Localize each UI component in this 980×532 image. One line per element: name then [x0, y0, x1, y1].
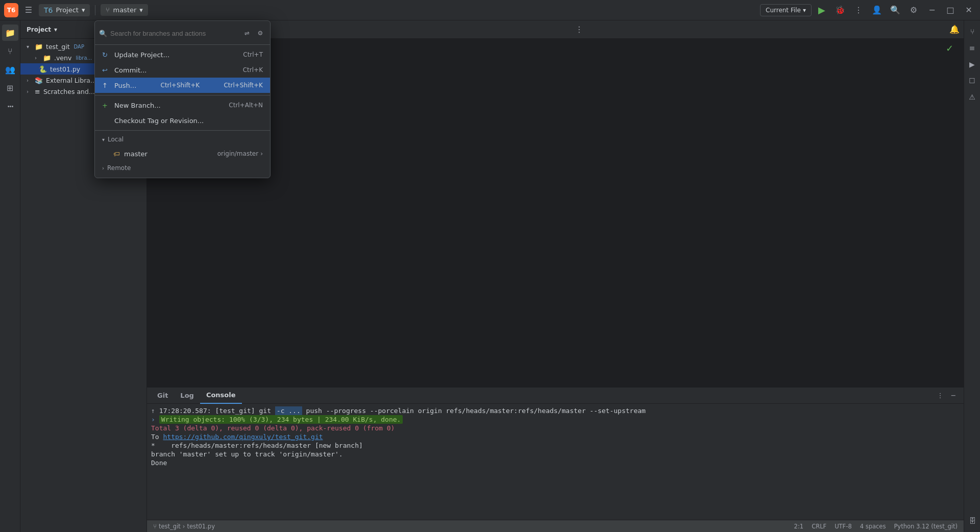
commit-label: Commit...: [114, 66, 146, 74]
dropdown-item-commit[interactable]: ↩ Commit... Ctrl+K: [95, 62, 270, 78]
console-output: ↑ 17:28:20.587: [test_git] git -c ... pu…: [147, 404, 964, 520]
console-text-2: Writing objects: 100% (3/3), 234 bytes |…: [159, 416, 960, 423]
dropdown-item-new-branch[interactable]: + New Branch... Ctrl+Alt+N: [95, 98, 270, 113]
console-line-6: branch 'master' set up to track 'origin/…: [151, 450, 960, 458]
sidebar-item-git[interactable]: ⑂: [2, 43, 18, 59]
branch-selector[interactable]: ⑂ master ▾: [101, 4, 148, 16]
remote-section-header[interactable]: › Remote: [95, 161, 270, 175]
commit-shortcut: Ctrl+K: [243, 66, 263, 74]
project-tab[interactable]: T6 Project ▾: [39, 4, 90, 16]
update-project-shortcut: Ctrl+T: [243, 51, 263, 58]
line-separator[interactable]: CRLF: [812, 523, 826, 530]
remote-chevron-icon: ›: [102, 165, 104, 171]
project-tab-label: Project: [56, 6, 78, 14]
tree-item-label: .venv: [54, 54, 71, 62]
git-search-action-2[interactable]: ⚙: [255, 28, 266, 39]
console-line-7: Done: [151, 459, 960, 467]
sidebar-item-more[interactable]: •••: [2, 98, 18, 114]
indent-setting[interactable]: 4 spaces: [860, 523, 886, 530]
dropdown-divider-1: [95, 44, 270, 45]
local-chevron-icon: ▾: [102, 137, 105, 142]
editor-checkmark: ✓: [946, 43, 953, 54]
hamburger-menu[interactable]: ☰: [21, 3, 36, 17]
bottom-more-button[interactable]: ⋮: [934, 390, 946, 402]
sidebar-item-structure[interactable]: ⊞: [2, 80, 18, 96]
push-icon: ↑: [102, 82, 110, 89]
status-file-name: test01.py: [187, 523, 214, 530]
console-text-6: branch 'master' set up to track 'origin/…: [151, 450, 960, 458]
console-text-5: * refs/heads/master:refs/heads/master [n…: [151, 442, 960, 449]
chevron-icon: ▾: [27, 44, 33, 50]
chevron-icon: ›: [27, 78, 33, 83]
sidebar-item-folder[interactable]: 📁: [2, 25, 18, 41]
git-dropdown-menu: 🔍 ⇌ ⚙ ↻ Update Project... Ctrl+T ↩ Commi…: [94, 20, 271, 178]
right-device-icon[interactable]: ☐: [965, 74, 979, 88]
debug-button[interactable]: 🐞: [833, 3, 847, 17]
github-link[interactable]: https://github.com/qingxuly/test_git.git: [163, 433, 323, 441]
git-search-input[interactable]: [110, 30, 238, 37]
new-branch-label: New Branch...: [114, 102, 161, 109]
local-section-header[interactable]: ▾ Local: [95, 133, 270, 146]
notification-bell[interactable]: 🔔: [945, 25, 964, 34]
update-project-label: Update Project...: [114, 51, 169, 59]
profile-button[interactable]: 👤: [870, 3, 884, 17]
current-file-chevron-icon: ▾: [803, 7, 806, 14]
right-git-icon[interactable]: ⑂: [965, 25, 979, 39]
dropdown-divider-2: [95, 95, 270, 95]
tree-item-badge: libra...: [76, 55, 92, 61]
close-button[interactable]: ✕: [962, 3, 976, 17]
console-text-3: Total 3 (delta 0), reused 0 (delta 0), p…: [151, 424, 960, 432]
right-todo-icon[interactable]: ⚠: [965, 90, 979, 104]
language-version[interactable]: Python 3.12 (test_git): [894, 523, 958, 530]
git-search-action-1[interactable]: ⇌: [241, 28, 253, 39]
tab-git[interactable]: Git: [151, 388, 174, 404]
right-database-icon[interactable]: 🗄: [965, 514, 979, 528]
tab-console[interactable]: Console: [200, 388, 242, 404]
arrow-up-icon: ↑: [151, 407, 155, 415]
global-search-button[interactable]: 🔍: [888, 3, 902, 17]
app-logo: T6: [4, 3, 18, 17]
push-shortcut: Ctrl+Shift+K: [161, 82, 200, 89]
dropdown-item-checkout[interactable]: Checkout Tag or Revision...: [95, 113, 270, 128]
dropdown-item-update-project[interactable]: ↻ Update Project... Ctrl+T: [95, 47, 270, 62]
new-branch-icon: +: [102, 102, 110, 109]
push-shortcut-display: Ctrl+Shift+K: [224, 82, 263, 89]
right-sidebar: ⑂ ≡ ▶ ☐ ⚠ 🗄: [964, 20, 980, 532]
right-layers-icon[interactable]: ≡: [965, 41, 979, 55]
minimize-button[interactable]: −: [925, 3, 939, 17]
tree-item-label: test_git: [46, 43, 70, 51]
settings-button[interactable]: ⚙: [906, 3, 921, 17]
scratches-icon: ≡: [35, 88, 40, 95]
branch-item-master[interactable]: 🏷 master origin/master ›: [95, 146, 270, 161]
tab-log[interactable]: Log: [174, 388, 200, 404]
current-file-selector[interactable]: Current File ▾: [760, 4, 812, 16]
folder-icon: 📁: [35, 43, 43, 51]
project-icon: T6: [44, 6, 53, 14]
cursor-position[interactable]: 2:1: [794, 523, 804, 530]
run-button[interactable]: ▶: [815, 3, 829, 17]
new-branch-shortcut: Ctrl+Alt+N: [229, 102, 263, 109]
right-run-icon[interactable]: ▶: [965, 57, 979, 71]
git-project-name: test_git: [159, 523, 181, 530]
python-file-icon: 🐍: [39, 65, 47, 73]
branch-name-label: master: [124, 150, 148, 158]
editor-tabs-more[interactable]: ⋮: [571, 25, 587, 34]
git-search-actions: ⇌ ⚙: [241, 28, 266, 39]
encoding[interactable]: UTF-8: [835, 523, 852, 530]
sidebar-item-people[interactable]: 👥: [2, 61, 18, 78]
commit-icon: ↩: [102, 66, 110, 74]
console-line-5: * refs/heads/master:refs/heads/master [n…: [151, 442, 960, 449]
branch-remote-chevron-icon: ›: [260, 150, 263, 157]
local-section-label: Local: [108, 136, 124, 143]
console-line-3: Total 3 (delta 0), reused 0 (delta 0), p…: [151, 424, 960, 432]
bottom-panel-tabs: Git Log Console ⋮ −: [147, 388, 964, 404]
dropdown-item-push[interactable]: ↑ Push... Ctrl+Shift+K Ctrl+Shift+K: [95, 78, 270, 93]
maximize-button[interactable]: □: [943, 3, 958, 17]
bottom-minimize-button[interactable]: −: [947, 390, 960, 402]
bottom-panel-toolbar: ⋮ −: [934, 390, 960, 402]
breadcrumb-separator: ›: [183, 523, 185, 530]
more-options-button[interactable]: ⋮: [851, 3, 866, 17]
git-status[interactable]: ⑂ test_git › test01.py: [153, 523, 215, 530]
git-branch-icon: ⑂: [153, 523, 157, 530]
branch-chevron-icon: ▾: [139, 6, 143, 14]
